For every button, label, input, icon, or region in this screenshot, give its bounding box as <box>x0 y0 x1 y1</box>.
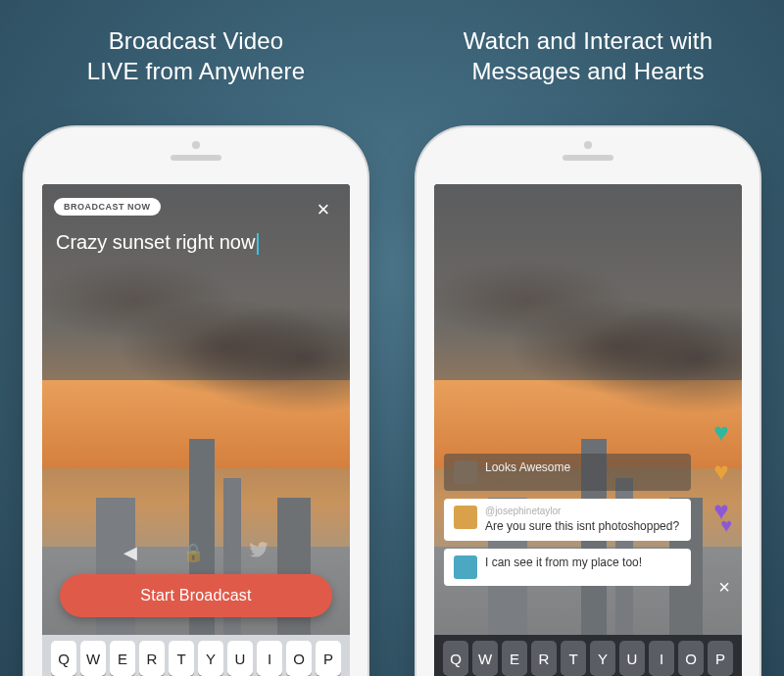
avatar <box>454 555 477 579</box>
chat-message-text: I can see it from my place too! <box>485 555 642 570</box>
location-icon[interactable]: ◀ <box>123 542 137 563</box>
panel-headline: Broadcast Video LIVE from Anywhere <box>87 25 305 86</box>
key-Y[interactable]: Y <box>198 641 223 676</box>
phone-camera-dot <box>192 141 200 149</box>
headline-line-2: LIVE from Anywhere <box>87 58 305 84</box>
key-P[interactable]: P <box>316 641 341 676</box>
key-U[interactable]: U <box>619 641 645 676</box>
phone-frame: ♥ ♥ ♥ ♥ Looks Awesome @josephinetaylor A… <box>416 127 760 676</box>
phone-speaker <box>563 155 613 161</box>
headline-line-2: Messages and Hearts <box>471 58 704 84</box>
key-Q[interactable]: Q <box>51 641 76 676</box>
key-R[interactable]: R <box>531 641 557 676</box>
key-I[interactable]: I <box>649 641 674 676</box>
promo-panel-watch: Watch and Interact with Messages and Hea… <box>392 0 784 676</box>
chat-message: I can see it from my place too! <box>444 549 691 586</box>
key-Q[interactable]: Q <box>443 641 468 676</box>
twitter-icon[interactable] <box>249 542 269 563</box>
heart-icon[interactable]: ♥ <box>720 515 732 535</box>
key-Y[interactable]: Y <box>590 641 615 676</box>
key-O[interactable]: O <box>678 641 704 676</box>
key-R[interactable]: R <box>139 641 165 676</box>
lock-icon[interactable]: 🔒 <box>182 542 204 563</box>
keyboard-row-1: QWERTYUIOP <box>46 641 346 676</box>
viewer-messages: Looks Awesome @josephinetaylor Are you s… <box>444 454 691 586</box>
phone-screen-watch: ♥ ♥ ♥ ♥ Looks Awesome @josephinetaylor A… <box>434 184 742 676</box>
promo-panel-broadcast: Broadcast Video LIVE from Anywhere BROAD… <box>0 0 392 676</box>
headline-line-1: Watch and Interact with <box>464 27 713 54</box>
phone-speaker <box>171 155 221 161</box>
chat-username: @josephinetaylor <box>485 506 679 518</box>
broadcast-title-text: Crazy sunset right now <box>56 231 255 253</box>
key-W[interactable]: W <box>472 641 498 676</box>
avatar <box>454 506 477 529</box>
chat-message-text: Looks Awesome <box>485 460 570 475</box>
key-T[interactable]: T <box>169 641 194 676</box>
close-icon[interactable]: × <box>311 198 336 223</box>
key-O[interactable]: O <box>286 641 312 676</box>
phone-screen-broadcast: BROADCAST NOW × Crazy sunset right now ◀… <box>42 184 350 676</box>
heart-icon[interactable]: ♥ <box>713 459 728 484</box>
key-E[interactable]: E <box>110 641 135 676</box>
broadcast-now-badge: BROADCAST NOW <box>54 198 161 216</box>
hearts-column: ♥ ♥ ♥ ♥ <box>710 419 732 535</box>
broadcast-title-input[interactable]: Crazy sunset right now <box>56 231 336 255</box>
key-P[interactable]: P <box>708 641 733 676</box>
chat-message-text: Are you sure this isnt photoshopped? <box>485 519 679 533</box>
ios-keyboard-dark[interactable]: QWERTYUIOP ASDFGHJKL ⇧ZXCVBNM⌫ <box>434 635 742 676</box>
dismiss-chat-icon[interactable]: × <box>718 576 730 599</box>
phone-frame: BROADCAST NOW × Crazy sunset right now ◀… <box>24 127 368 676</box>
key-U[interactable]: U <box>227 641 253 676</box>
headline-line-1: Broadcast Video <box>109 27 284 54</box>
panel-headline: Watch and Interact with Messages and Hea… <box>464 25 713 86</box>
avatar <box>454 460 477 484</box>
phone-camera-dot <box>584 141 592 149</box>
key-E[interactable]: E <box>502 641 527 676</box>
start-broadcast-button[interactable]: Start Broadcast <box>60 574 332 617</box>
key-T[interactable]: T <box>561 641 586 676</box>
key-I[interactable]: I <box>257 641 282 676</box>
chat-message: Looks Awesome <box>444 454 691 491</box>
keyboard-row-1: QWERTYUIOP <box>438 641 738 676</box>
chat-message: @josephinetaylor Are you sure this isnt … <box>444 499 691 541</box>
live-video-cityscape <box>434 184 742 676</box>
broadcast-options-row: ◀ 🔒 <box>42 542 350 563</box>
heart-icon[interactable]: ♥ <box>713 419 728 445</box>
text-caret <box>257 233 259 255</box>
ios-keyboard-light[interactable]: QWERTYUIOP ASDFGHJKL ⇧ZXCVBNM⌫ <box>42 635 350 676</box>
key-W[interactable]: W <box>80 641 106 676</box>
